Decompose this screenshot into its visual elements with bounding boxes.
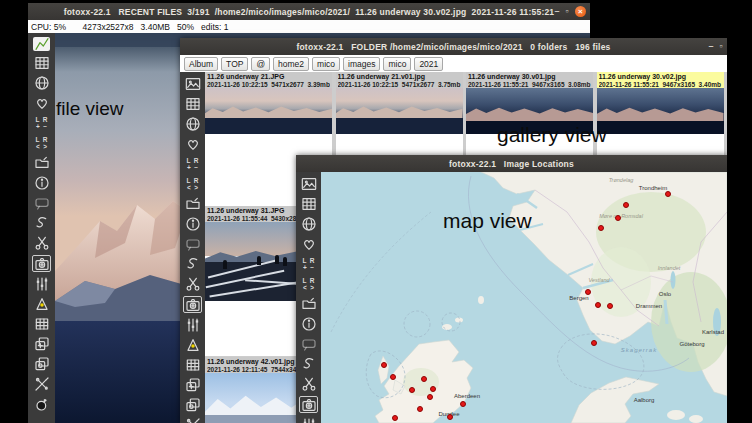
thumbnail-meta: 2021-11-26 10:22:15 5471x2677 3.39mb [207,81,330,88]
photo-icon[interactable] [298,174,319,194]
map-city-label: Göteborg [679,341,704,347]
map-marker[interactable] [427,394,433,400]
maximize-icon[interactable]: ▫ [566,7,569,16]
heart-icon[interactable] [182,134,203,154]
map-marker[interactable] [585,289,591,295]
map-region-label: Vestland [588,277,609,283]
copy-camera-icon[interactable] [182,395,203,415]
thumbnail-image [336,88,463,134]
sliders-icon[interactable] [298,415,319,423]
camera-add-icon[interactable] [299,396,318,413]
breadcrumb-button-mico[interactable]: mico [383,57,411,71]
breadcrumb-button-2021[interactable]: 2021 [414,57,443,71]
gallery-window-title: fotoxx-22.1 FOLDER /home2/mico/images/mi… [296,42,610,52]
sync-icon[interactable] [31,213,52,233]
pan-lr-icon[interactable]: L R < > [182,174,203,194]
map-marker[interactable] [595,302,601,308]
map-marker[interactable] [460,401,466,407]
thumbnail-filename: 11.26 underway 21.JPG [207,73,330,81]
file-window-titlebar[interactable]: fotoxx-22.1 RECENT FILES 3/191 /home2/mi… [28,3,590,21]
sync-icon[interactable] [182,254,203,274]
breadcrumb-button-[interactable]: @ [251,57,270,71]
gallery-toolbar: L R + −L R < > [180,72,205,423]
annotation-gallery-view: gallery view [497,123,607,147]
thumbnail-meta: 2021-11-26 11:55:21 9467x3165 3.40mb [599,81,722,88]
table2-icon[interactable] [31,314,52,334]
map-marker[interactable] [390,374,396,380]
sliders-icon[interactable] [182,315,203,335]
map-marker[interactable] [665,191,671,197]
thumbnail-filename: 11.26 underway 30.v01.jpg [468,73,591,81]
photo-icon[interactable] [182,74,203,94]
globe-icon[interactable] [298,214,319,234]
folder-icon[interactable] [182,194,203,214]
camera-add-icon[interactable] [32,255,51,272]
maximize-icon[interactable]: ▫ [720,42,723,51]
comment-icon[interactable] [31,193,52,213]
thumbnail-caption: 11.26 underway 21.v01.jpg 2021-11-26 10:… [336,72,463,88]
info-icon[interactable] [298,314,319,334]
chart-icon[interactable] [33,37,50,51]
map-marker[interactable] [417,406,423,412]
zoom-lr-icon[interactable]: L R + − [182,154,203,174]
map-marker[interactable] [615,215,621,221]
info-icon[interactable] [31,173,52,193]
table2-icon[interactable] [182,355,203,375]
folder-icon[interactable] [31,153,52,173]
map-marker[interactable] [421,376,427,382]
annotation-file-view: file view [56,98,124,120]
breadcrumb-button-top[interactable]: TOP [221,57,248,71]
info-icon[interactable] [182,214,203,234]
minimize-icon[interactable]: – [708,42,713,51]
tools-icon[interactable] [182,415,203,423]
map-marker[interactable] [591,340,597,346]
minimize-icon[interactable]: – [554,7,559,16]
file-window-title: fotoxx-22.1 RECENT FILES 3/191 /home2/mi… [64,7,555,17]
copy-camera-icon[interactable] [31,354,52,374]
paint-icon[interactable] [182,335,203,355]
folder-icon[interactable] [298,294,319,314]
breadcrumb-button-album[interactable]: Album [184,57,218,71]
close-icon[interactable]: × [575,6,586,17]
heart-icon[interactable] [31,93,52,113]
sync-icon[interactable] [298,354,319,374]
map-window-titlebar[interactable]: fotoxx-22.1 Image Locations [296,155,727,173]
breadcrumb-button-mico[interactable]: mico [312,57,340,71]
file-toolbar: L R + −L R < > [28,33,55,423]
zoom-lr-icon[interactable]: L R + − [298,254,319,274]
table-icon[interactable] [298,194,319,214]
gallery-window-titlebar[interactable]: fotoxx-22.1 FOLDER /home2/mico/images/mi… [180,38,727,56]
comment-icon[interactable] [182,234,203,254]
map-marker[interactable] [409,387,415,393]
camera-add-icon[interactable] [183,296,202,313]
tools-icon[interactable] [31,374,52,394]
globe-icon[interactable] [182,114,203,134]
map-city-label: Trondheim [639,185,667,191]
map-marker[interactable] [623,202,629,208]
zoom-lr-icon[interactable]: L R + − [31,113,52,133]
map-marker[interactable] [392,415,398,421]
scissors-icon[interactable] [182,274,203,294]
copy-add-icon[interactable] [182,375,203,395]
map-marker[interactable] [381,362,387,368]
sliders-icon[interactable] [31,274,52,294]
paint-icon[interactable] [31,294,52,314]
copy-add-icon[interactable] [31,334,52,354]
pan-lr-icon[interactable]: L R < > [298,274,319,294]
map-marker[interactable] [607,303,613,309]
globe-icon[interactable] [31,73,52,93]
map-city-label: Aalborg [634,397,655,403]
breadcrumb-button-images[interactable]: images [343,57,380,71]
bomb-icon[interactable] [31,394,52,414]
breadcrumb-button-home2[interactable]: home2 [273,57,309,71]
table-icon[interactable] [182,94,203,114]
table-icon[interactable] [31,53,52,73]
pan-lr-icon[interactable]: L R < > [31,133,52,153]
map-marker[interactable] [598,225,604,231]
scissors-icon[interactable] [31,233,52,253]
scissors-icon[interactable] [298,374,319,394]
heart-icon[interactable] [298,234,319,254]
map-marker[interactable] [430,386,436,392]
comment-icon[interactable] [298,334,319,354]
map-marker[interactable] [447,414,453,420]
